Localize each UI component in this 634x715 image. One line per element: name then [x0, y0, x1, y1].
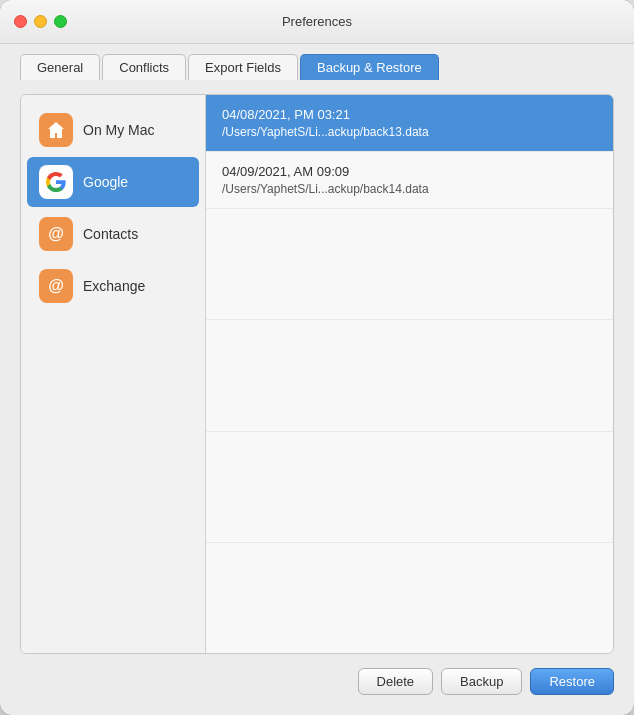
backup-empty-4 — [206, 543, 613, 653]
backup-path-1: /Users/YaphetS/Li...ackup/back13.data — [222, 125, 597, 139]
sidebar-item-exchange[interactable]: @ Exchange — [27, 261, 199, 311]
backup-path-2: /Users/YaphetS/Li...ackup/back14.data — [222, 182, 597, 196]
title-bar: Preferences — [0, 0, 634, 44]
restore-button[interactable]: Restore — [530, 668, 614, 695]
preferences-window: Preferences General Conflicts Export Fie… — [0, 0, 634, 715]
sidebar-item-google[interactable]: Google — [27, 157, 199, 207]
exchange-icon-box: @ — [39, 269, 73, 303]
backup-item-2[interactable]: 04/09/2021, AM 09:09 /Users/YaphetS/Li..… — [206, 152, 613, 209]
button-bar: Delete Backup Restore — [20, 654, 614, 695]
house-icon — [46, 120, 66, 140]
backup-empty-2 — [206, 320, 613, 431]
exchange-at-icon: @ — [48, 277, 64, 295]
backup-date-1: 04/08/2021, PM 03:21 — [222, 107, 597, 122]
tab-export-fields[interactable]: Export Fields — [188, 54, 298, 80]
delete-button[interactable]: Delete — [358, 668, 434, 695]
google-icon — [45, 171, 67, 193]
sidebar-item-exchange-label: Exchange — [83, 278, 145, 294]
tab-bar: General Conflicts Export Fields Backup &… — [0, 44, 634, 80]
sidebar-item-google-label: Google — [83, 174, 128, 190]
contacts-icon-box: @ — [39, 217, 73, 251]
sidebar-item-contacts[interactable]: @ Contacts — [27, 209, 199, 259]
minimize-button[interactable] — [34, 15, 47, 28]
sidebar-item-contacts-label: Contacts — [83, 226, 138, 242]
backup-list: 04/08/2021, PM 03:21 /Users/YaphetS/Li..… — [206, 95, 613, 653]
traffic-lights — [14, 15, 67, 28]
tab-conflicts[interactable]: Conflicts — [102, 54, 186, 80]
backup-empty-3 — [206, 432, 613, 543]
sidebar: On My Mac Google — [21, 95, 206, 653]
backup-item-1[interactable]: 04/08/2021, PM 03:21 /Users/YaphetS/Li..… — [206, 95, 613, 152]
content-panel: On My Mac Google — [20, 94, 614, 654]
tab-backup-restore[interactable]: Backup & Restore — [300, 54, 439, 80]
google-icon-box — [39, 165, 73, 199]
close-button[interactable] — [14, 15, 27, 28]
contacts-at-icon: @ — [48, 225, 64, 243]
maximize-button[interactable] — [54, 15, 67, 28]
on-my-mac-icon-box — [39, 113, 73, 147]
window-title: Preferences — [282, 14, 352, 29]
sidebar-item-on-my-mac[interactable]: On My Mac — [27, 105, 199, 155]
main-content: On My Mac Google — [0, 80, 634, 715]
tab-general[interactable]: General — [20, 54, 100, 80]
backup-empty-1 — [206, 209, 613, 320]
sidebar-item-on-my-mac-label: On My Mac — [83, 122, 155, 138]
backup-date-2: 04/09/2021, AM 09:09 — [222, 164, 597, 179]
backup-button[interactable]: Backup — [441, 668, 522, 695]
